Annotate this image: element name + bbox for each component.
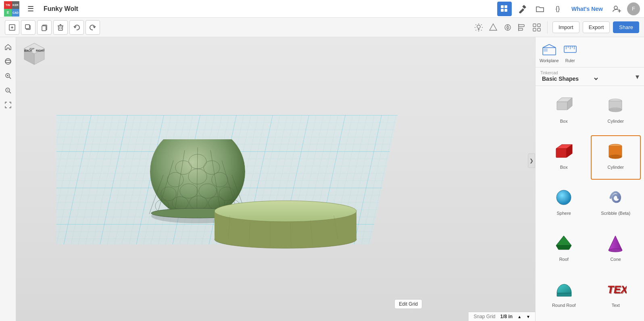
category-select[interactable]: Basic Shapes Letters & Numbers Connector…	[540, 75, 599, 82]
shape-label-scribble: Scribble (Beta)	[601, 211, 630, 216]
svg-marker-125	[609, 236, 622, 250]
whats-new-button[interactable]: What's New	[568, 4, 606, 14]
copy-button[interactable]	[37, 20, 52, 35]
text-svg: TEXT TEXT	[604, 279, 627, 301]
hammer-icon	[518, 4, 527, 13]
fit-view-icon	[4, 101, 12, 109]
workplane-label: Workplane	[540, 59, 559, 63]
shape-item-cone[interactable]: Cone	[591, 227, 641, 272]
svg-marker-32	[490, 24, 497, 30]
svg-rect-15	[42, 26, 46, 31]
shape-item-sphere[interactable]: Sphere	[539, 181, 589, 226]
svg-rect-40	[538, 24, 540, 27]
shape-icon-cylinder-gray	[604, 93, 628, 117]
ruler-svg	[562, 41, 578, 57]
align-left-shapes-icon	[518, 23, 527, 32]
category-dropdown-button[interactable]: ▾	[636, 72, 639, 81]
viewport[interactable]: RIGHT BACK TOP	[16, 37, 535, 321]
align-icon[interactable]	[488, 22, 499, 33]
scribble-svg	[604, 187, 627, 209]
logo-ker: KER	[12, 1, 19, 9]
shape-item-roof[interactable]: Roof	[539, 227, 589, 272]
shape-icon-roundroof	[552, 277, 576, 302]
shape-item-box-gray[interactable]: Box	[539, 89, 589, 134]
snap-grid-bar: Snap Grid 1/8 in ▲ ▼	[469, 312, 535, 321]
zoom-out-button[interactable]	[2, 85, 14, 96]
edit-grid-button[interactable]: Edit Grid	[394, 299, 422, 309]
svg-rect-16	[58, 26, 63, 30]
folder-icon-button[interactable]	[533, 2, 547, 16]
shape-item-cylinder-gray[interactable]: Cylinder	[591, 89, 641, 134]
shape-label-box-gray: Box	[560, 119, 568, 124]
right-panel: Workplane Ruler Tinke	[535, 37, 644, 321]
light-icon[interactable]	[473, 22, 484, 33]
snap-grid-down[interactable]: ▼	[526, 315, 530, 319]
svg-rect-13	[25, 25, 29, 29]
tinkercad-logo[interactable]: TIN KER E CAD	[4, 1, 19, 17]
snap-grid-value: 1/8 in	[500, 314, 513, 319]
delete-button[interactable]	[53, 20, 68, 35]
divider	[547, 21, 548, 34]
import-button[interactable]: Import	[552, 21, 579, 33]
delete-icon	[57, 24, 64, 31]
group-icon[interactable]	[531, 22, 542, 33]
design-icon-button[interactable]	[515, 2, 529, 16]
shape-item-text[interactable]: TEXT TEXT Text	[591, 273, 641, 318]
svg-point-91	[215, 201, 356, 222]
shape-item-cylinder-orange[interactable]: Cylinder	[591, 135, 641, 180]
svg-line-29	[475, 30, 476, 31]
grid-apps-icon	[500, 5, 509, 13]
shape-item-roundroof[interactable]: Round Roof	[539, 273, 589, 318]
top-navbar: TIN KER E CAD ☰ Funky Wolt	[0, 0, 644, 18]
workplane-button[interactable]: Workplane	[540, 41, 559, 63]
svg-line-51	[9, 92, 11, 93]
disk-shape[interactable]	[210, 180, 363, 252]
svg-rect-4	[519, 8, 524, 13]
shape-label-text: Text	[612, 303, 620, 308]
orbit-button[interactable]	[2, 56, 14, 67]
share-button[interactable]: Share	[613, 21, 639, 33]
shape-label-roof: Roof	[559, 257, 569, 262]
svg-rect-115	[556, 149, 567, 157]
duplicate-button[interactable]	[21, 20, 35, 35]
redo-button[interactable]	[85, 20, 100, 35]
svg-marker-124	[556, 245, 571, 250]
snap-grid-up[interactable]: ▲	[517, 315, 521, 319]
fit-view-button[interactable]	[2, 99, 14, 111]
undo-button[interactable]	[69, 20, 84, 35]
menu-icon[interactable]: ☰	[23, 2, 38, 16]
align-left-icon[interactable]	[517, 22, 528, 33]
user-avatar[interactable]: F	[627, 2, 640, 15]
svg-rect-2	[501, 9, 504, 12]
ruler-button[interactable]: Ruler	[562, 41, 578, 63]
cone-svg	[604, 233, 627, 255]
mirror-icon[interactable]	[502, 22, 513, 33]
shape-item-scribble[interactable]: Scribble (Beta)	[591, 181, 641, 226]
home-view-button[interactable]	[2, 41, 14, 52]
svg-point-44	[5, 60, 11, 63]
objects-container	[16, 37, 535, 321]
logo-tin: TIN	[4, 1, 12, 9]
add-account-icon	[612, 4, 621, 13]
zoom-in-button[interactable]	[2, 70, 14, 82]
shape-icon-cylinder-orange	[604, 139, 628, 164]
add-account-button[interactable]	[609, 2, 624, 16]
code-icon-button[interactable]: {}	[550, 2, 565, 16]
svg-rect-5	[522, 5, 526, 9]
shape-label-roundroof: Round Roof	[552, 303, 576, 308]
svg-rect-41	[533, 28, 536, 31]
shape-item-box-red[interactable]: Box	[539, 135, 589, 180]
zoom-in-icon	[4, 72, 12, 80]
svg-line-27	[481, 30, 482, 31]
shape-icon-sphere	[552, 185, 576, 210]
folder-icon	[536, 4, 544, 13]
export-button[interactable]: Export	[583, 21, 610, 33]
apps-icon-button[interactable]	[497, 2, 512, 16]
svg-text:TEXT: TEXT	[608, 284, 627, 296]
topbar-right: {} What's New F	[497, 2, 640, 16]
shape-label-sphere: Sphere	[557, 211, 571, 216]
new-design-button[interactable]	[5, 20, 19, 35]
snap-grid-label: Snap Grid	[473, 314, 495, 319]
panel-collapse-button[interactable]: ❯	[528, 153, 535, 168]
new-design-icon	[8, 24, 16, 31]
